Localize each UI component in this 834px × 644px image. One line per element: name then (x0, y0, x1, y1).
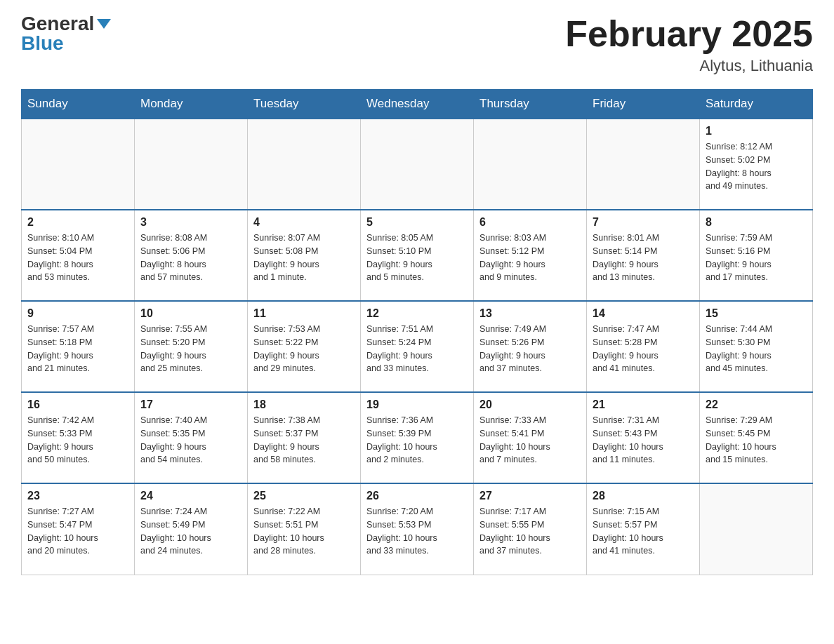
day-number: 10 (140, 307, 241, 320)
calendar-cell: 27Sunrise: 7:17 AMSunset: 5:55 PMDayligh… (474, 483, 587, 575)
day-info: Sunrise: 7:29 AMSunset: 5:45 PMDaylight:… (706, 414, 807, 467)
day-info: Sunrise: 7:59 AMSunset: 5:16 PMDaylight:… (706, 232, 807, 284)
day-of-week-friday: Friday (587, 90, 700, 119)
logo-triangle-icon (97, 19, 111, 29)
day-number: 9 (27, 307, 128, 320)
day-info: Sunrise: 7:47 AMSunset: 5:28 PMDaylight:… (593, 323, 694, 375)
day-info: Sunrise: 7:53 AMSunset: 5:22 PMDaylight:… (253, 323, 355, 375)
day-info: Sunrise: 8:12 AMSunset: 5:02 PMDaylight:… (706, 140, 807, 193)
calendar-cell: 24Sunrise: 7:24 AMSunset: 5:49 PMDayligh… (135, 483, 248, 575)
day-of-week-saturday: Saturday (700, 90, 813, 119)
calendar-cell: 21Sunrise: 7:31 AMSunset: 5:43 PMDayligh… (587, 392, 700, 483)
calendar-cell: 12Sunrise: 7:51 AMSunset: 5:24 PMDayligh… (361, 301, 474, 392)
day-number: 11 (253, 307, 355, 320)
calendar-header: SundayMondayTuesdayWednesdayThursdayFrid… (22, 90, 813, 119)
calendar-cell: 2Sunrise: 8:10 AMSunset: 5:04 PMDaylight… (22, 210, 135, 301)
calendar-body: 1Sunrise: 8:12 AMSunset: 5:02 PMDaylight… (22, 119, 813, 575)
day-info: Sunrise: 7:38 AMSunset: 5:37 PMDaylight:… (253, 414, 355, 467)
calendar-cell: 14Sunrise: 7:47 AMSunset: 5:28 PMDayligh… (587, 301, 700, 392)
day-number: 12 (366, 307, 468, 320)
calendar-cell: 15Sunrise: 7:44 AMSunset: 5:30 PMDayligh… (700, 301, 813, 392)
day-number: 16 (27, 398, 128, 411)
day-number: 8 (706, 216, 807, 229)
calendar-cell: 17Sunrise: 7:40 AMSunset: 5:35 PMDayligh… (135, 392, 248, 483)
day-of-week-monday: Monday (135, 90, 248, 119)
calendar-cell: 11Sunrise: 7:53 AMSunset: 5:22 PMDayligh… (248, 301, 361, 392)
calendar-cell: 19Sunrise: 7:36 AMSunset: 5:39 PMDayligh… (361, 392, 474, 483)
day-of-week-wednesday: Wednesday (361, 90, 474, 119)
calendar-cell (22, 119, 135, 210)
day-number: 19 (366, 398, 468, 411)
day-number: 7 (593, 216, 694, 229)
calendar-cell: 5Sunrise: 8:05 AMSunset: 5:10 PMDaylight… (361, 210, 474, 301)
calendar-cell: 3Sunrise: 8:08 AMSunset: 5:06 PMDaylight… (135, 210, 248, 301)
header-row: SundayMondayTuesdayWednesdayThursdayFrid… (22, 90, 813, 119)
calendar-cell (248, 119, 361, 210)
day-info: Sunrise: 7:57 AMSunset: 5:18 PMDaylight:… (27, 323, 128, 375)
calendar-cell (135, 119, 248, 210)
week-row-3: 9Sunrise: 7:57 AMSunset: 5:18 PMDaylight… (22, 301, 813, 392)
calendar-cell: 23Sunrise: 7:27 AMSunset: 5:47 PMDayligh… (22, 483, 135, 575)
calendar-table: SundayMondayTuesdayWednesdayThursdayFrid… (21, 89, 813, 575)
day-info: Sunrise: 8:03 AMSunset: 5:12 PMDaylight:… (479, 232, 581, 284)
day-info: Sunrise: 7:33 AMSunset: 5:41 PMDaylight:… (479, 414, 581, 467)
logo-general-text: General (21, 14, 94, 34)
day-number: 4 (253, 216, 355, 229)
calendar-cell: 10Sunrise: 7:55 AMSunset: 5:20 PMDayligh… (135, 301, 248, 392)
day-info: Sunrise: 7:40 AMSunset: 5:35 PMDaylight:… (140, 414, 241, 467)
day-number: 17 (140, 398, 241, 411)
logo-blue-text: Blue (21, 34, 64, 53)
calendar-cell: 18Sunrise: 7:38 AMSunset: 5:37 PMDayligh… (248, 392, 361, 483)
day-number: 14 (593, 307, 694, 320)
week-row-4: 16Sunrise: 7:42 AMSunset: 5:33 PMDayligh… (22, 392, 813, 483)
title-area: February 2025 Alytus, Lithuania (565, 14, 813, 75)
day-of-week-sunday: Sunday (22, 90, 135, 119)
week-row-2: 2Sunrise: 8:10 AMSunset: 5:04 PMDaylight… (22, 210, 813, 301)
calendar-cell: 20Sunrise: 7:33 AMSunset: 5:41 PMDayligh… (474, 392, 587, 483)
day-info: Sunrise: 7:17 AMSunset: 5:55 PMDaylight:… (479, 505, 581, 558)
day-number: 23 (27, 490, 128, 502)
calendar-cell: 16Sunrise: 7:42 AMSunset: 5:33 PMDayligh… (22, 392, 135, 483)
calendar-cell: 22Sunrise: 7:29 AMSunset: 5:45 PMDayligh… (700, 392, 813, 483)
day-number: 2 (27, 216, 128, 229)
day-info: Sunrise: 8:05 AMSunset: 5:10 PMDaylight:… (366, 232, 468, 284)
day-number: 18 (253, 398, 355, 411)
calendar-cell: 1Sunrise: 8:12 AMSunset: 5:02 PMDaylight… (700, 119, 813, 210)
day-info: Sunrise: 7:44 AMSunset: 5:30 PMDaylight:… (706, 323, 807, 375)
day-info: Sunrise: 7:22 AMSunset: 5:51 PMDaylight:… (253, 505, 355, 558)
day-number: 15 (706, 307, 807, 320)
day-number: 6 (479, 216, 581, 229)
calendar-cell: 13Sunrise: 7:49 AMSunset: 5:26 PMDayligh… (474, 301, 587, 392)
calendar-cell (361, 119, 474, 210)
calendar-cell (474, 119, 587, 210)
day-info: Sunrise: 7:55 AMSunset: 5:20 PMDaylight:… (140, 323, 241, 375)
calendar-cell: 4Sunrise: 8:07 AMSunset: 5:08 PMDaylight… (248, 210, 361, 301)
day-info: Sunrise: 7:15 AMSunset: 5:57 PMDaylight:… (593, 505, 694, 558)
day-number: 3 (140, 216, 241, 229)
calendar-cell (700, 483, 813, 575)
calendar-cell: 25Sunrise: 7:22 AMSunset: 5:51 PMDayligh… (248, 483, 361, 575)
day-number: 5 (366, 216, 468, 229)
day-info: Sunrise: 7:27 AMSunset: 5:47 PMDaylight:… (27, 505, 128, 558)
calendar-cell: 9Sunrise: 7:57 AMSunset: 5:18 PMDaylight… (22, 301, 135, 392)
month-title: February 2025 (565, 14, 813, 54)
day-info: Sunrise: 7:20 AMSunset: 5:53 PMDaylight:… (366, 505, 468, 558)
day-info: Sunrise: 7:24 AMSunset: 5:49 PMDaylight:… (140, 505, 241, 558)
day-info: Sunrise: 7:31 AMSunset: 5:43 PMDaylight:… (593, 414, 694, 467)
day-info: Sunrise: 7:36 AMSunset: 5:39 PMDaylight:… (366, 414, 468, 467)
day-number: 27 (479, 490, 581, 502)
day-number: 25 (253, 490, 355, 502)
calendar-cell: 26Sunrise: 7:20 AMSunset: 5:53 PMDayligh… (361, 483, 474, 575)
day-number: 21 (593, 398, 694, 411)
day-info: Sunrise: 8:10 AMSunset: 5:04 PMDaylight:… (27, 232, 128, 284)
day-info: Sunrise: 7:42 AMSunset: 5:33 PMDaylight:… (27, 414, 128, 467)
day-info: Sunrise: 8:01 AMSunset: 5:14 PMDaylight:… (593, 232, 694, 284)
day-number: 26 (366, 490, 468, 502)
week-row-5: 23Sunrise: 7:27 AMSunset: 5:47 PMDayligh… (22, 483, 813, 575)
day-number: 1 (706, 125, 807, 137)
day-number: 28 (593, 490, 694, 502)
day-number: 13 (479, 307, 581, 320)
day-number: 24 (140, 490, 241, 502)
day-of-week-tuesday: Tuesday (248, 90, 361, 119)
day-of-week-thursday: Thursday (474, 90, 587, 119)
